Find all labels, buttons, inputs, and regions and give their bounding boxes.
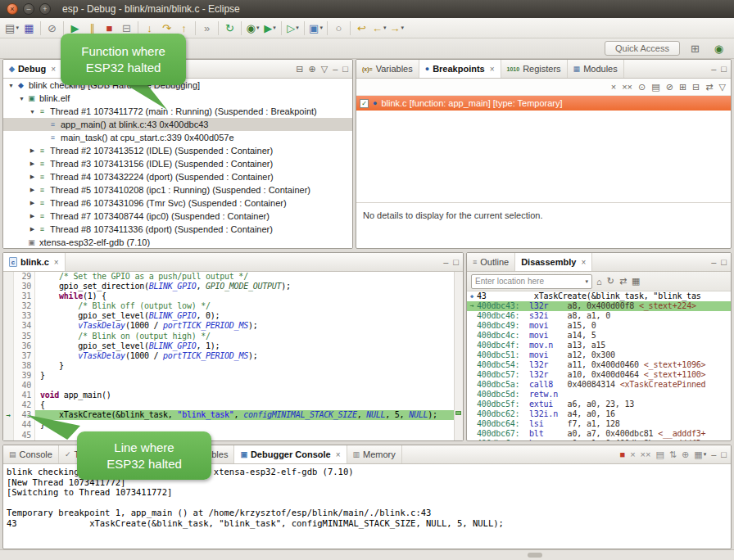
line-number[interactable]: 43 — [14, 410, 35, 420]
editor-line[interactable]: 42{ — [3, 400, 463, 410]
line-number[interactable]: 34 — [14, 321, 35, 331]
breakpoint-checkbox[interactable]: ✓ — [360, 99, 369, 108]
disassembly-row[interactable]: 400dbc64: lsi f7, a1, 128 — [467, 419, 731, 429]
tree-row[interactable]: ▣xtensa-esp32-elf-gdb (7.10) — [3, 236, 352, 248]
views-tab-console[interactable]: ▤Console — [3, 445, 59, 463]
scroll-lock-icon[interactable]: ⇅ — [669, 449, 677, 460]
disassembly-source-line[interactable]: ◆43 xTaskCreate(&blink_task, "blink_tas — [467, 291, 731, 301]
editor-line[interactable]: 39} — [3, 371, 463, 381]
debug-perspective-icon[interactable]: ◉ — [710, 40, 727, 57]
tree-row[interactable]: ▼▣blink.elf — [3, 92, 352, 105]
view-menu-icon[interactable]: ▽ — [719, 82, 726, 93]
show-source-icon[interactable]: ▦ — [632, 276, 640, 287]
editor-line[interactable]: 37 vTaskDelay(1000 / portTICK_PERIOD_MS)… — [3, 351, 463, 361]
disassembly-row[interactable]: 400dbc4c: movi a14, 5 — [467, 331, 731, 341]
instruction-stepping-icon[interactable]: » — [198, 20, 215, 37]
line-number[interactable]: 40 — [14, 381, 35, 391]
tree-row[interactable]: ▶≡Thread #8 1073411336 (dport) (Suspende… — [3, 223, 352, 236]
expander-right-icon[interactable]: ▶ — [28, 200, 37, 206]
disassembly-row[interactable]: 400dbc62: l32i.n a4, a0, 16 — [467, 409, 731, 419]
maximize-icon[interactable]: □ — [342, 64, 348, 74]
editor-line[interactable]: 36 gpio_set_level(BLINK_GPIO, 1); — [3, 341, 463, 351]
external-tools-icon[interactable]: ▷▾ — [284, 20, 301, 37]
expander-down-icon[interactable]: ▼ — [7, 83, 16, 88]
display-console-icon[interactable]: ▦▾ — [694, 449, 706, 460]
editor-line[interactable]: 40 — [3, 381, 463, 391]
tree-row[interactable]: ▶≡Thread #4 1073432224 (dport) (Suspende… — [3, 170, 352, 183]
line-number[interactable]: 44 — [14, 420, 35, 430]
expander-right-icon[interactable]: ▶ — [28, 187, 37, 193]
close-icon[interactable]: × — [336, 450, 341, 459]
refresh-icon[interactable]: ↻ — [607, 276, 614, 287]
disassembly-row[interactable]: 400dbc4f: mov.n a13, a15 — [467, 341, 731, 350]
disassembly-row[interactable]: →400dbc43: l32r a8, 0x400d00f8 <_stext+2… — [467, 301, 731, 311]
run-icon[interactable]: ▶▾ — [261, 20, 279, 37]
line-number[interactable]: 39 — [14, 371, 35, 381]
pin-console-icon[interactable]: ⊕ — [682, 449, 689, 460]
minimize-icon[interactable]: – — [333, 64, 338, 74]
disassembly-row[interactable]: 400dbc49: movi a15, 0 — [467, 321, 731, 331]
views-tab-breakpoints[interactable]: ●Breakpoints× — [419, 60, 501, 78]
disassembly-row[interactable]: 400dbc67: blt a0, a7, 0x400dbc81 <__addd… — [467, 429, 731, 439]
expander-right-icon[interactable]: ▶ — [28, 174, 37, 180]
tree-row[interactable]: ≡main_task() at cpu_start.c:339 0x400d05… — [3, 131, 352, 144]
breakpoints-list[interactable]: ✓ ● blink.c [function: app_main] [type: … — [356, 96, 731, 202]
line-number[interactable]: 35 — [14, 332, 35, 341]
link-with-debug-view-icon[interactable]: ⇄ — [705, 82, 713, 93]
editor-line[interactable]: 34 vTaskDelay(1000 / portTICK_PERIOD_MS)… — [3, 321, 463, 331]
minimize-window-icon[interactable]: – — [23, 3, 34, 15]
open-perspective-icon[interactable]: ⊞ — [686, 40, 704, 57]
skip-all-breakpoints-icon[interactable]: ⊘ — [666, 82, 673, 93]
debug-icon[interactable]: ◉▾ — [244, 20, 261, 37]
tree-row[interactable]: ▶≡Thread #7 1073408744 (ipc0) (Suspended… — [3, 210, 352, 223]
views-tab-memory[interactable]: ▥Memory — [347, 445, 402, 463]
debug-tab-debug[interactable]: ◆Debug× — [3, 60, 62, 78]
collapse-all-icon[interactable]: ⊟ — [296, 64, 303, 75]
expand-all-icon[interactable]: ⊞ — [679, 82, 686, 93]
new-wizard-icon[interactable]: ▤▾ — [3, 20, 20, 37]
line-number[interactable]: 37 — [14, 351, 35, 361]
disassembly-row[interactable]: 400dbc46: s32i a8, a1, 0 — [467, 311, 731, 321]
disassembly-row[interactable]: 400dbc5f: extui a6, a0, 23, 13 — [467, 400, 731, 409]
expander-down-icon[interactable]: ▼ — [28, 109, 37, 115]
close-icon[interactable]: × — [54, 258, 59, 267]
disassembly-row[interactable]: 400dbc54: l32r a11, 0x400d0460 <_stext+1… — [467, 360, 731, 370]
line-number[interactable]: 33 — [14, 311, 35, 321]
go-to-file-icon[interactable]: ▤ — [651, 82, 659, 93]
views-tab-modules[interactable]: ▦Modules — [568, 60, 624, 78]
maximize-icon[interactable]: □ — [721, 449, 727, 459]
skip-all-breakpoints-icon[interactable]: ⊘ — [43, 20, 61, 37]
tree-row[interactable]: ▼≡Thread #1 1073411772 (main : Running) … — [3, 105, 352, 118]
views-tab-debugger-console[interactable]: ▣Debugger Console× — [234, 445, 347, 463]
minimize-icon[interactable]: – — [711, 64, 716, 74]
minimize-icon[interactable]: – — [711, 449, 716, 459]
line-number[interactable]: 38 — [14, 361, 35, 371]
editor-tab-blink-c[interactable]: cblink.c× — [3, 253, 66, 271]
minimize-icon[interactable]: – — [443, 257, 448, 267]
code-editor[interactable]: 29 /* Set the GPIO as a push/pull output… — [3, 272, 463, 440]
views-tab-variables[interactable]: (x)=Variables — [356, 60, 419, 78]
quick-access-button[interactable]: Quick Access — [605, 41, 680, 56]
editor-line[interactable]: →43 xTaskCreate(&blink_task, "blink_task… — [3, 410, 463, 420]
disassembly-row[interactable]: 400dbc6a: bnone a0, a1, 0x400dbc8b <__ad… — [467, 439, 731, 440]
remove-all-launches-icon[interactable]: ×× — [641, 449, 651, 459]
editor-line[interactable]: 30 gpio_set_direction(BLINK_GPIO, GPIO_M… — [3, 282, 463, 291]
search-icon[interactable]: ○ — [330, 20, 347, 37]
maximize-icon[interactable]: □ — [721, 257, 727, 267]
new-view-icon[interactable]: ⊕ — [309, 64, 316, 75]
breakpoint-row[interactable]: ✓ ● blink.c [function: app_main] [type: … — [356, 96, 731, 111]
line-number[interactable]: 41 — [14, 391, 35, 400]
editor-line[interactable]: 33 gpio_set_level(BLINK_GPIO, 0); — [3, 311, 463, 321]
maximize-icon[interactable]: □ — [721, 64, 727, 74]
editor-line[interactable]: 35 /* Blink on (output high) */ — [3, 332, 463, 341]
remove-all-breakpoints-icon[interactable]: ×× — [622, 82, 632, 92]
collapse-all-icon[interactable]: ⊟ — [692, 82, 700, 93]
maximize-icon[interactable]: □ — [453, 257, 459, 267]
save-icon[interactable]: ▦ — [20, 20, 38, 37]
view-menu-icon[interactable]: ▽ — [321, 64, 328, 75]
chevron-down-icon[interactable]: ▾ — [585, 278, 588, 285]
disassembly-row[interactable]: 400dbc51: movi a12, 0x300 — [467, 350, 731, 360]
views-tab-registers[interactable]: 1010Registers — [501, 60, 568, 78]
forward-icon[interactable]: →▾ — [388, 20, 406, 37]
minimize-icon[interactable]: – — [711, 257, 716, 267]
